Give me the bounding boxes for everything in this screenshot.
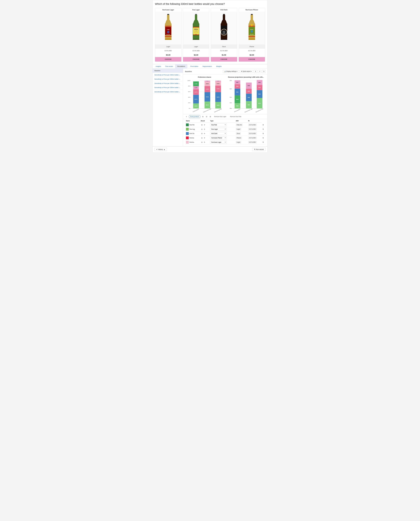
price-kea-lager: $ [262, 127, 265, 131]
color-swatch-kea-lager [186, 128, 189, 130]
choose-btn-hurricane-lager[interactable]: CHOOSE [155, 57, 181, 61]
scenario-tab-remove-kea-lager[interactable]: Remove Kea Lager [213, 115, 228, 118]
svg-rect-32 [221, 39, 227, 40]
svg-text:Every product: Every product [193, 108, 199, 112]
revenue-chart-title: Revenue projections (assuming 1,000 unit… [226, 76, 265, 78]
tab-simulations[interactable]: Simulations [175, 64, 187, 69]
main-container: Which of the following 330ml beer bottle… [152, 0, 268, 153]
svg-text:Remove Kea Lager: Remove Kea Lager [244, 108, 253, 112]
preference-chart-svg: 100% 80% 60% 40% 20% 0% [185, 79, 224, 112]
brand-select-irish-dark[interactable]: Irish Dark [210, 132, 227, 135]
revenue-chart: Revenue projections (assuming 1,000 unit… [226, 76, 265, 112]
more-btn[interactable]: ⊙ [262, 70, 265, 73]
scenario-tab-every-product[interactable]: Every product [189, 115, 201, 118]
move-btn-kea-lager[interactable]: ✛ [203, 128, 206, 130]
sidebar-item-4[interactable]: Sensitivity to Price per 330ml bottle i.… [153, 85, 183, 90]
svg-text:$1K: $1K [230, 97, 232, 98]
tab-time-series[interactable]: Time series [163, 64, 175, 69]
sidebar-item-baseline[interactable]: Baseline [153, 69, 183, 73]
svg-text:Remove Kea Lager: Remove Kea Lager [203, 108, 211, 112]
bottle-area-irish-dark: EST 1495 IRISH DARK BEOIR IRELAND [211, 12, 237, 45]
minus-btn-hurr-lager[interactable]: ⊖ [201, 141, 203, 143]
svg-text:$2K: $2K [230, 80, 232, 81]
beer-price-hurricane-lager: $3.00 [155, 53, 181, 57]
chart-section: Preference shares 100% 80% 60% 40% 20% 0… [183, 74, 267, 114]
move-btn-hurr-pilsner[interactable]: ✛ [203, 137, 206, 139]
run-wizard-btn[interactable]: ⚗ Run wizard [252, 148, 265, 151]
display-settings-btn[interactable]: 📊 Display settings ▾ [223, 70, 239, 73]
svg-rect-33 [251, 14, 253, 15]
minus-btn-irish-dark[interactable]: ⊖ [201, 132, 203, 135]
scenario-menu-icon[interactable]: ≡ [185, 115, 188, 118]
info-btn[interactable]: ℹ [254, 70, 257, 73]
move-btn-hurr-lager[interactable]: ✛ [203, 141, 206, 143]
svg-text:Every product: Every product [234, 108, 240, 112]
svg-text:25.1%: 25.1% [206, 104, 209, 106]
col-type: Type [209, 119, 235, 123]
tab-segmentation[interactable]: Segmentation [200, 64, 214, 69]
tab-weights[interactable]: Weights [214, 64, 224, 69]
preference-chart: Preference shares 100% 80% 60% 40% 20% 0… [185, 76, 224, 112]
minus-btn-kea-lager[interactable]: ⊖ [201, 128, 203, 130]
svg-rect-7 [165, 26, 172, 27]
svg-text:KEA: KEA [194, 28, 198, 30]
history-btn[interactable]: ↩ History ▲ [155, 148, 167, 151]
svg-text:Hurricane: Hurricane [250, 34, 254, 35]
plus-icon[interactable]: ⊕ [209, 115, 212, 118]
svg-text:60%: 60% [188, 91, 190, 92]
tab-pivot-tables[interactable]: Pivot tables [188, 64, 200, 69]
row-name-hurr-pilsner: Hurrica [185, 136, 200, 140]
abv-text-irish-dark: 5.0 % ABV [248, 132, 257, 135]
type-hurr-pilsner: Pilsner [235, 136, 247, 140]
color-swatch-hurr-pilsner [186, 137, 189, 139]
choose-btn-kea-lager[interactable]: CHOOSE [183, 57, 209, 61]
row-controls-hurr-lager: ⊖ ✛ [200, 140, 209, 145]
move-btn-kea-pale[interactable]: ✛ [203, 124, 206, 126]
beer-card-kea-lager: Kea Lager KEA Est 1994 🌾🌾🌾 [183, 8, 210, 62]
brand-select-kea-pale[interactable]: Kea Pale [210, 123, 227, 126]
name-text: Hurrica [189, 137, 194, 139]
chevron-down-icon: ▾ [237, 71, 237, 72]
sidebar-item-3[interactable]: Sensitivity to Price per 330ml bottle i.… [153, 81, 183, 85]
share-btn[interactable]: ↗ [258, 70, 261, 73]
brand-select-kea-lager[interactable]: Kea Lager [210, 128, 227, 130]
svg-text:33.3%: 33.3% [206, 96, 209, 98]
svg-text:$362: $362 [258, 82, 261, 83]
sidebar-item-1[interactable]: Sensitivity to Price per 330ml bottle i.… [153, 73, 183, 77]
minus-btn-kea-pale[interactable]: ⊖ [201, 124, 203, 126]
svg-text:IRELAND: IRELAND [223, 35, 225, 35]
type-kea-pale: Pale Ale [235, 123, 247, 127]
abv-hurr-pilsner: 4.5 % ABV [247, 136, 262, 140]
brand-select-hurr-pilsner[interactable]: Hurricane Pilsner [210, 137, 227, 139]
copy-icon[interactable]: ⧉ [202, 115, 204, 118]
products-table: Name Brand Type ABV Pr [185, 119, 265, 145]
tab-insights[interactable]: Insights [154, 64, 163, 69]
svg-rect-24 [221, 26, 227, 29]
minus-btn-hurr-pilsner[interactable]: ⊖ [201, 137, 203, 139]
move-btn-irish-dark[interactable]: ✛ [203, 132, 206, 135]
brand-kea-pale: Kea Pale [209, 123, 235, 127]
type-text-kea-lager: Lager [236, 128, 241, 130]
svg-text:🌀: 🌀 [250, 30, 253, 33]
type-kea-lager: Lager [235, 127, 247, 131]
type-text-hurr-pilsner: Pilsner [236, 137, 242, 139]
svg-rect-34 [251, 15, 253, 20]
svg-text:Lager: Lager [195, 34, 197, 35]
row-name-irish-dark: Irish Da [185, 131, 200, 136]
scenario-tab-remove-kea-pale[interactable]: Remove Kea Pale [229, 115, 243, 118]
choose-btn-irish-dark[interactable]: CHOOSE [211, 57, 237, 61]
beer-abv-irish-dark: 5.0 % ABV [211, 49, 237, 53]
choose-btn-hurricane-pilsner[interactable]: CHOOSE [239, 57, 265, 61]
sidebar-item-5[interactable]: Sensitivity to Price per 330ml bottle i.… [153, 90, 183, 94]
brand-select-hurr-lager[interactable]: Hurricane Lager [210, 141, 227, 144]
sidebar-item-2[interactable]: Sensitivity to Price per 330ml bottle i.… [153, 77, 183, 81]
name-text: Kea Lag [189, 128, 195, 130]
minus-circle-icon[interactable]: ⊖ [205, 115, 208, 118]
analysis-panel: Baseline 📊 Display settings ▾ ⬇ Quick ex… [183, 69, 267, 146]
content-area: Baseline Sensitivity to Price per 330ml … [153, 69, 267, 146]
quick-export-btn[interactable]: ⬇ Quick export ▾ [240, 70, 253, 73]
price-hurr-pilsner: $ [262, 136, 265, 140]
history-icon: ↩ [156, 149, 158, 150]
brand-hurr-lager: Hurricane Lager [209, 140, 235, 145]
svg-rect-15 [193, 35, 199, 35]
